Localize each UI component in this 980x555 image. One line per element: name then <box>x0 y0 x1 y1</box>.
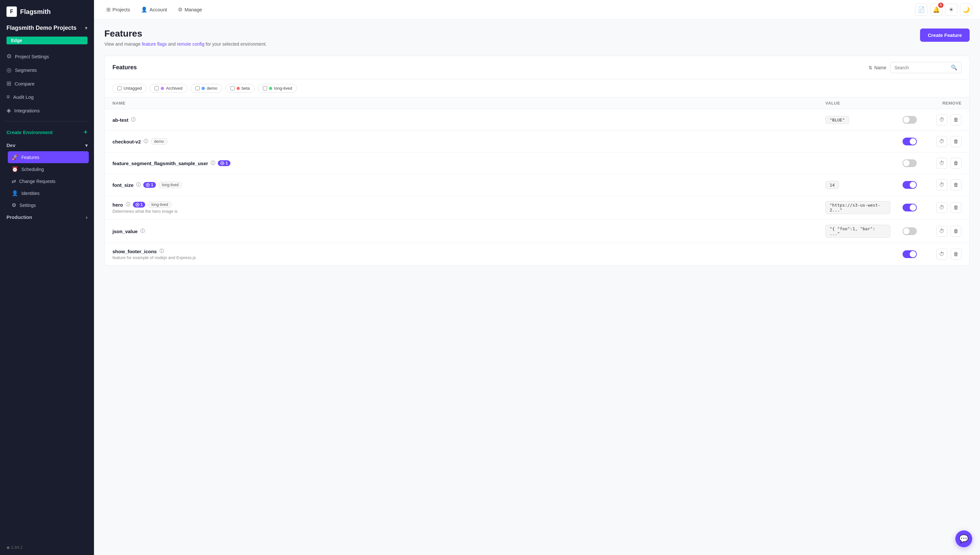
tag-filter-untagged[interactable]: Untagged <box>113 84 146 93</box>
sidebar-item-scheduling[interactable]: ⏰ Scheduling <box>8 163 89 175</box>
sidebar-item-change-requests[interactable]: ⇄ Change Requests <box>8 175 89 187</box>
projects-nav[interactable]: ⊞ Projects <box>102 4 135 15</box>
archived-checkbox[interactable] <box>154 86 159 90</box>
json-value-history-button[interactable]: ⏱ <box>936 226 947 237</box>
segments-icon: ◎ <box>6 66 12 74</box>
font-size-segment-badge: 1 <box>143 182 156 188</box>
notification-badge: 5 <box>938 3 943 8</box>
theme-light-button[interactable]: ☀ <box>945 3 957 16</box>
sidebar-item-project-settings[interactable]: ⚙ Project Settings <box>3 50 92 63</box>
history-icon: ⏱ <box>939 228 945 234</box>
settings-icon: ⚙ <box>6 53 12 60</box>
tag-filter-archived[interactable]: Archived <box>150 84 187 93</box>
remote-config-link[interactable]: remote config <box>177 42 204 47</box>
json-value-info-icon[interactable]: ⓘ <box>140 228 145 234</box>
show-footer-icons-actions: ⏱ 🗑 <box>929 249 962 260</box>
notifications-button[interactable]: 🔔 5 <box>930 3 942 16</box>
features-section: Features ⇅ Name 🔍 Untagged <box>105 56 970 266</box>
sidebar-item-features[interactable]: 🚀 Features <box>8 151 89 163</box>
ab-test-info-icon[interactable]: ⓘ <box>131 117 135 123</box>
ab-test-name-col: ab-test ⓘ <box>113 117 826 123</box>
tags-filter: Untagged Archived demo beta <box>105 79 969 98</box>
col-value-header: Value <box>826 101 890 106</box>
json-value-toggle[interactable] <box>903 227 917 235</box>
page-subtitle: View and manage feature flags and remote… <box>105 42 267 47</box>
hero-toggle[interactable] <box>903 204 917 212</box>
feature-segment-history-button[interactable]: ⏱ <box>936 158 947 169</box>
feature-row-json-value: json_value ⓘ "{ "foo":1, "bar": ..." ⏱ <box>105 220 969 243</box>
sidebar-item-segments[interactable]: ◎ Segments <box>3 63 92 77</box>
font-size-history-button[interactable]: ⏱ <box>936 180 947 190</box>
feature-segment-toggle[interactable] <box>903 159 917 167</box>
checkout-v2-name: checkout-v2 ⓘ demo <box>113 138 826 145</box>
checkout-v2-info-icon[interactable]: ⓘ <box>143 139 148 144</box>
show-footer-icons-delete-button[interactable]: 🗑 <box>951 249 962 260</box>
long-lived-checkbox[interactable] <box>263 86 267 90</box>
untagged-checkbox[interactable] <box>117 86 122 90</box>
sort-control[interactable]: ⇅ Name <box>869 65 886 70</box>
ab-test-toggle-knob <box>903 117 910 123</box>
feature-segment-toggle-knob <box>903 160 910 167</box>
checkout-v2-delete-button[interactable]: 🗑 <box>951 136 962 147</box>
create-feature-button[interactable]: Create Feature <box>920 29 970 42</box>
show-footer-icons-history-button[interactable]: ⏱ <box>936 249 947 260</box>
font-size-delete-button[interactable]: 🗑 <box>951 180 962 190</box>
manage-nav[interactable]: ⚙ Manage <box>174 4 206 15</box>
hero-delete-button[interactable]: 🗑 <box>951 202 962 213</box>
rocket-icon: 🚀 <box>12 154 18 160</box>
json-value-label: json_value <box>113 229 138 234</box>
demo-checkbox[interactable] <box>195 86 200 90</box>
checkout-v2-history-button[interactable]: ⏱ <box>936 136 947 147</box>
theme-dark-button[interactable]: 🌙 <box>960 3 972 16</box>
ab-test-label: ab-test <box>113 117 128 123</box>
show-footer-icons-name-col: show_footer_icons ⓘ feature for example … <box>113 249 826 260</box>
feature-segment-toggle-col <box>890 159 929 167</box>
current-env-badge[interactable]: Edge <box>6 37 87 44</box>
sidebar-item-compare[interactable]: ⊞ Compare <box>3 77 92 90</box>
col-toggle-header <box>890 101 929 106</box>
feature-row-feature-segment: feature_segment_flagsmith_sample_user ⓘ … <box>105 152 969 174</box>
sidebar-item-settings[interactable]: ⚙ Settings <box>8 199 89 211</box>
checkout-v2-toggle[interactable] <box>903 138 917 145</box>
moon-icon: 🌙 <box>962 6 970 13</box>
feature-flags-link[interactable]: feature flags <box>142 42 167 47</box>
identities-label: Identities <box>21 191 40 196</box>
hero-actions: ⏱ 🗑 <box>929 202 962 213</box>
feature-segment-info-icon[interactable]: ⓘ <box>211 160 215 166</box>
content-area: Features View and manage feature flags a… <box>94 19 980 555</box>
create-environment-button[interactable]: Create Environment + <box>0 125 94 139</box>
tag-filter-demo[interactable]: demo <box>191 84 222 93</box>
tag-filter-beta[interactable]: beta <box>225 84 255 93</box>
json-value-delete-button[interactable]: 🗑 <box>951 226 962 237</box>
tag-filter-long-lived[interactable]: long-lived <box>258 84 297 93</box>
chat-icon: 💬 <box>959 534 969 543</box>
ab-test-delete-button[interactable]: 🗑 <box>951 114 962 125</box>
trash-icon: 🗑 <box>953 160 959 166</box>
ab-test-toggle[interactable] <box>903 116 917 124</box>
show-footer-icons-toggle[interactable] <box>903 250 917 258</box>
chat-button[interactable]: 💬 <box>955 530 972 547</box>
production-env-item[interactable]: Production › <box>3 211 92 223</box>
font-size-toggle[interactable] <box>903 181 917 189</box>
dev-env-item[interactable]: Dev ▾ <box>3 139 92 151</box>
hero-history-button[interactable]: ⏱ <box>936 202 947 213</box>
search-input[interactable] <box>895 65 948 70</box>
ab-test-history-button[interactable]: ⏱ <box>936 114 947 125</box>
beta-checkbox[interactable] <box>230 86 235 90</box>
account-nav[interactable]: 👤 Account <box>137 4 171 15</box>
project-selector[interactable]: Flagsmith Demo Projects ▾ <box>0 22 94 37</box>
sidebar-item-audit-log[interactable]: ≡ Audit Log <box>3 90 92 104</box>
production-label: Production <box>6 214 32 220</box>
sidebar-item-integrations[interactable]: ◈ Integrations <box>3 104 92 117</box>
hero-info-icon[interactable]: ⓘ <box>126 202 130 208</box>
font-size-info-icon[interactable]: ⓘ <box>136 182 141 188</box>
checkout-v2-label: checkout-v2 <box>113 139 141 144</box>
show-footer-icons-info-icon[interactable]: ⓘ <box>159 249 164 254</box>
ab-test-value-col: "BLUE" <box>826 116 890 124</box>
feature-segment-delete-button[interactable]: 🗑 <box>951 158 962 169</box>
docs-button[interactable]: 📄 <box>915 3 927 16</box>
logo[interactable]: F Flagsmith <box>0 0 94 22</box>
history-icon: ⏱ <box>939 117 945 123</box>
create-env-label: Create Environment <box>6 130 53 135</box>
sidebar-item-identities[interactable]: 👤 Identities <box>8 187 89 199</box>
